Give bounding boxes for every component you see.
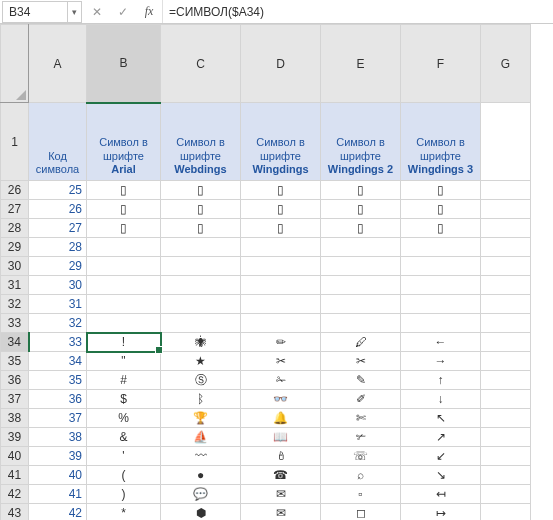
cell-code[interactable]: 31 xyxy=(29,295,87,314)
cell-empty[interactable] xyxy=(481,390,531,409)
cell-symbol[interactable]: ▫ xyxy=(321,485,401,504)
cell-symbol[interactable] xyxy=(241,238,321,257)
cell-symbol[interactable]: ✃ xyxy=(321,428,401,447)
cell-symbol[interactable]: ☏ xyxy=(321,447,401,466)
cell-symbol[interactable]: Ⓢ xyxy=(161,371,241,390)
cell-arial[interactable]: ▯ xyxy=(87,181,161,200)
cell-symbol[interactable] xyxy=(401,276,481,295)
col-header-D[interactable]: D xyxy=(241,25,321,103)
cell-symbol[interactable]: ▯ xyxy=(241,200,321,219)
cell-arial[interactable] xyxy=(87,314,161,333)
cell-symbol[interactable]: 🏆 xyxy=(161,409,241,428)
row-header[interactable]: 30 xyxy=(1,257,29,276)
cell-symbol[interactable]: ▯ xyxy=(161,200,241,219)
cell-symbol[interactable]: ✉ xyxy=(241,485,321,504)
cell-symbol[interactable] xyxy=(241,276,321,295)
row-header[interactable]: 42 xyxy=(1,485,29,504)
cell-code[interactable]: 30 xyxy=(29,276,87,295)
cell-code[interactable]: 42 xyxy=(29,504,87,521)
insert-function-button[interactable]: fx xyxy=(140,3,158,21)
cell-symbol[interactable]: ᛒ xyxy=(161,390,241,409)
cell-code[interactable]: 29 xyxy=(29,257,87,276)
cell-arial[interactable]: ) xyxy=(87,485,161,504)
cell-code[interactable]: 38 xyxy=(29,428,87,447)
cell-empty[interactable] xyxy=(481,238,531,257)
cell-arial[interactable]: # xyxy=(87,371,161,390)
cell-symbol[interactable]: ↖ xyxy=(401,409,481,428)
cell-arial[interactable]: " xyxy=(87,352,161,371)
cell-empty[interactable] xyxy=(481,295,531,314)
cell-code[interactable]: 37 xyxy=(29,409,87,428)
header-code[interactable]: Код символа xyxy=(29,103,87,181)
cell-code[interactable]: 28 xyxy=(29,238,87,257)
cell-arial[interactable]: % xyxy=(87,409,161,428)
row-header[interactable]: 27 xyxy=(1,200,29,219)
cell-symbol[interactable]: ▯ xyxy=(241,181,321,200)
cell-empty[interactable] xyxy=(481,428,531,447)
cell-empty[interactable] xyxy=(481,352,531,371)
cell-symbol[interactable]: 🖊 xyxy=(321,333,401,352)
row-header[interactable]: 28 xyxy=(1,219,29,238)
name-box[interactable]: B34 xyxy=(2,1,82,23)
cell-arial[interactable]: $ xyxy=(87,390,161,409)
cell-symbol[interactable]: ★ xyxy=(161,352,241,371)
cell-symbol[interactable] xyxy=(161,238,241,257)
cell-symbol[interactable]: 👓 xyxy=(241,390,321,409)
cell-code[interactable]: 39 xyxy=(29,447,87,466)
row-header[interactable]: 43 xyxy=(1,504,29,521)
header-wingdings[interactable]: Символ в шрифте Wingdings xyxy=(241,103,321,181)
row-header[interactable]: 41 xyxy=(1,466,29,485)
cell-symbol[interactable] xyxy=(241,257,321,276)
cell-empty[interactable] xyxy=(481,485,531,504)
cell-code[interactable]: 34 xyxy=(29,352,87,371)
cell-symbol[interactable]: ← xyxy=(401,333,481,352)
name-box-dropdown-icon[interactable] xyxy=(67,2,81,22)
cell-empty[interactable] xyxy=(481,409,531,428)
cell-symbol[interactable]: ⬢ xyxy=(161,504,241,521)
cell-arial[interactable] xyxy=(87,238,161,257)
select-all-corner[interactable] xyxy=(1,25,29,103)
cell-empty[interactable] xyxy=(481,181,531,200)
cell-symbol[interactable]: ▯ xyxy=(321,219,401,238)
cell-symbol[interactable]: ▯ xyxy=(161,181,241,200)
cell-symbol[interactable]: ↙ xyxy=(401,447,481,466)
cell-symbol[interactable]: ✎ xyxy=(321,371,401,390)
cell-empty[interactable] xyxy=(481,200,531,219)
cell-code[interactable]: 33 xyxy=(29,333,87,352)
cell-symbol[interactable]: ▯ xyxy=(401,219,481,238)
cell-arial[interactable]: * xyxy=(87,504,161,521)
cell-symbol[interactable] xyxy=(161,257,241,276)
cell-arial[interactable]: ! xyxy=(87,333,161,352)
cell-symbol[interactable]: ⌕ xyxy=(321,466,401,485)
cell-symbol[interactable] xyxy=(401,238,481,257)
cell-symbol[interactable] xyxy=(401,257,481,276)
header-arial[interactable]: Символ в шрифте Arial xyxy=(87,103,161,181)
row-header[interactable]: 39 xyxy=(1,428,29,447)
header-wingdings3[interactable]: Символ в шрифте Wingdings 3 xyxy=(401,103,481,181)
col-header-B[interactable]: B xyxy=(87,25,161,103)
cell-arial[interactable]: ▯ xyxy=(87,219,161,238)
row-header[interactable]: 29 xyxy=(1,238,29,257)
cell-symbol[interactable] xyxy=(161,276,241,295)
row-header[interactable]: 33 xyxy=(1,314,29,333)
cell-arial[interactable] xyxy=(87,257,161,276)
cell-symbol[interactable] xyxy=(161,314,241,333)
cell-symbol[interactable] xyxy=(321,238,401,257)
cell-symbol[interactable]: ☎ xyxy=(241,466,321,485)
cell-symbol[interactable]: ✉ xyxy=(241,504,321,521)
cell-symbol[interactable]: ↑ xyxy=(401,371,481,390)
cell-empty[interactable] xyxy=(481,371,531,390)
cell-arial[interactable] xyxy=(87,295,161,314)
cell-symbol[interactable]: ⛵ xyxy=(161,428,241,447)
cell-symbol[interactable] xyxy=(401,314,481,333)
cell-symbol[interactable]: → xyxy=(401,352,481,371)
cell-arial[interactable]: ' xyxy=(87,447,161,466)
cell-code[interactable]: 32 xyxy=(29,314,87,333)
cell-symbol[interactable]: ▯ xyxy=(321,200,401,219)
cell-symbol[interactable]: ▯ xyxy=(241,219,321,238)
cell-empty[interactable] xyxy=(481,447,531,466)
cell-symbol[interactable] xyxy=(321,276,401,295)
cell-symbol[interactable]: ✂ xyxy=(241,352,321,371)
cell-symbol[interactable]: ▯ xyxy=(321,181,401,200)
cell-empty[interactable] xyxy=(481,257,531,276)
